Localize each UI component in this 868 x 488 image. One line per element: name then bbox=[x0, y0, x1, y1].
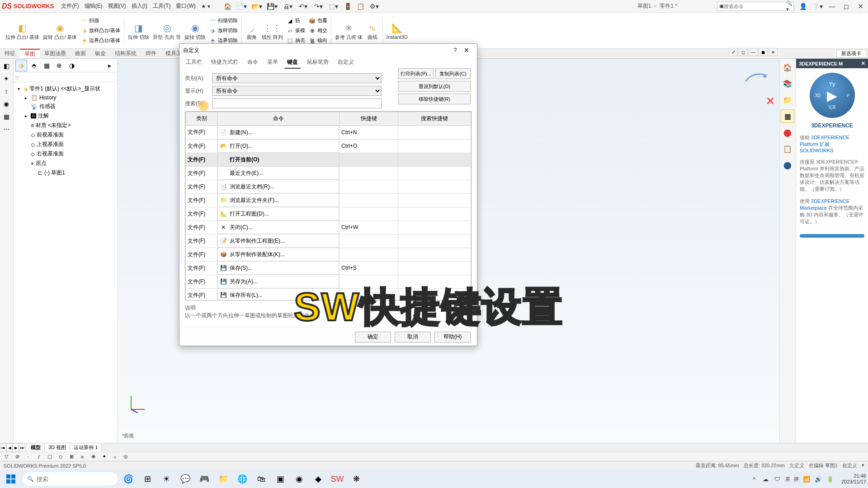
cell-shortcut[interactable] bbox=[340, 193, 398, 207]
lt-plane-icon[interactable]: ◧ bbox=[1, 61, 12, 71]
sel-face-icon[interactable]: ▢ bbox=[45, 453, 54, 461]
ribbon-instant3d[interactable]: 📐Instant3D bbox=[385, 21, 410, 41]
tray-clock[interactable]: 21:462023/11/17 bbox=[841, 473, 866, 485]
task-xbox-icon[interactable]: 🎮 bbox=[196, 471, 212, 487]
cell-search-shortcut[interactable] bbox=[398, 221, 471, 234]
lt-origin-icon[interactable]: ✦ bbox=[1, 73, 12, 84]
tray-ime2[interactable]: 拼 bbox=[794, 476, 799, 483]
ribbon-revolve-cut[interactable]: ◉旋转 切除 bbox=[183, 21, 208, 41]
cell-search-shortcut[interactable] bbox=[398, 234, 471, 248]
tab-weldments[interactable]: 焊件 bbox=[141, 49, 161, 58]
btab-prev-icon[interactable]: ◀ bbox=[6, 444, 13, 452]
maximize-icon[interactable]: ◻ bbox=[841, 1, 852, 12]
menu-window[interactable]: 窗口(W) bbox=[176, 2, 195, 10]
table-row[interactable]: 文件(F)打开当前(O) bbox=[186, 153, 471, 166]
sel-more3-icon[interactable]: ≡ bbox=[78, 453, 87, 461]
ribbon-pattern[interactable]: ⋮⋮线性 阵列 bbox=[260, 21, 285, 41]
tab-sketch[interactable]: 草图 bbox=[20, 49, 40, 58]
mdi-close-icon[interactable]: ✕ bbox=[769, 48, 778, 56]
lt-more-icon[interactable]: ⋯ bbox=[1, 124, 12, 135]
tray-defender-icon[interactable]: 🛡 bbox=[774, 475, 782, 483]
table-row[interactable]: 文件(F)📝从零件制作工程图(E)... bbox=[186, 234, 471, 248]
ribbon-wrap[interactable]: 📦包覆 bbox=[307, 16, 329, 26]
btab-first-icon[interactable]: ⏮ bbox=[0, 444, 6, 452]
print-icon[interactable]: 🖨▾ bbox=[281, 1, 294, 11]
tray-onedrive-icon[interactable]: ☁ bbox=[762, 475, 770, 483]
ribbon-loft[interactable]: ⬗放样凸台/基体 bbox=[79, 26, 122, 36]
btab-3dview[interactable]: 3D 视图 bbox=[45, 443, 70, 452]
tree-root[interactable]: ▾⬗零件1 (默认) <<默认>_显示状 bbox=[15, 84, 115, 94]
rt-lib-icon[interactable]: 📚 bbox=[781, 77, 794, 90]
table-row[interactable]: 文件(F)✕关闭(C)...Ctrl+W bbox=[186, 221, 471, 234]
cell-search-shortcut[interactable] bbox=[398, 261, 471, 275]
new-tab-button[interactable]: 新选项卡 bbox=[836, 50, 866, 58]
mdi-minimize-icon[interactable]: — bbox=[749, 48, 758, 56]
rt-file-icon[interactable]: 📁 bbox=[781, 93, 794, 107]
start-button[interactable] bbox=[2, 471, 20, 487]
tree-sensors[interactable]: 📡传感器 bbox=[15, 102, 115, 111]
tree-tab-more[interactable]: ◑ bbox=[66, 60, 78, 71]
3dexperience-play-icon[interactable]: Yy▶ V,R 3D i² bbox=[810, 73, 855, 118]
rt-view-icon[interactable]: ▦ bbox=[781, 109, 794, 123]
tree-tab-fm[interactable]: ⬗ bbox=[15, 60, 27, 71]
tree-top-plane[interactable]: ◇上视基准面 bbox=[15, 140, 115, 149]
tree-tab-dm[interactable]: ⊕ bbox=[53, 60, 65, 71]
cell-shortcut[interactable] bbox=[340, 153, 398, 166]
task-app2-icon[interactable]: ◉ bbox=[291, 471, 307, 487]
options-icon[interactable]: 📋 bbox=[355, 1, 366, 11]
settings-icon[interactable]: ⚙▾ bbox=[368, 1, 381, 11]
filter-icon[interactable]: ▽ bbox=[15, 75, 19, 80]
dtab-toolbars[interactable]: 工具栏 bbox=[183, 56, 205, 69]
new-icon[interactable]: 📄▾ bbox=[235, 1, 248, 11]
cell-search-shortcut[interactable] bbox=[398, 193, 471, 207]
btab-last-icon[interactable]: ⏭ bbox=[19, 444, 25, 452]
cell-shortcut[interactable]: Ctrl+N bbox=[340, 126, 398, 140]
cell-shortcut[interactable] bbox=[340, 180, 398, 193]
category-select[interactable]: 所有命令 bbox=[212, 73, 382, 83]
user-icon[interactable]: 👤 bbox=[797, 1, 808, 12]
cell-shortcut[interactable]: Ctrl+O bbox=[340, 139, 398, 153]
tree-tab-cm[interactable]: ▦ bbox=[41, 60, 52, 71]
cell-search-shortcut[interactable] bbox=[398, 153, 471, 166]
btab-next-icon[interactable]: ▶ bbox=[13, 444, 19, 452]
tree-annotations[interactable]: ▸🅰注解 bbox=[15, 111, 115, 121]
cell-shortcut[interactable] bbox=[340, 234, 398, 248]
table-row[interactable]: 文件(F)📂打开(O)...Ctrl+O bbox=[186, 139, 471, 153]
minimize-icon[interactable]: — bbox=[826, 1, 837, 12]
rt-3dexp-icon[interactable]: ⬤ bbox=[781, 158, 794, 172]
cell-search-shortcut[interactable] bbox=[398, 180, 471, 193]
tree-front-plane[interactable]: ◇前视基准面 bbox=[15, 130, 115, 140]
cell-search-shortcut[interactable] bbox=[398, 166, 471, 180]
ribbon-boundary[interactable]: ⬘边界凸台/基体 bbox=[79, 36, 122, 46]
command-search[interactable]: ▣ 🔍▾ bbox=[717, 2, 794, 11]
tray-chevron-icon[interactable]: ^ bbox=[750, 475, 758, 483]
sel-more5-icon[interactable]: ✦ bbox=[99, 453, 108, 461]
tray-wifi-icon[interactable]: 📶 bbox=[802, 475, 811, 483]
task-edge-icon[interactable]: 🌐 bbox=[234, 471, 250, 487]
ribbon-rib[interactable]: ◢筋 bbox=[285, 16, 307, 26]
table-row[interactable]: 文件(F)📐打开工程图(D)... bbox=[186, 207, 471, 221]
dialog-help-icon[interactable]: ? bbox=[451, 47, 460, 53]
table-row[interactable]: 文件(F)📑浏览最近文档(R)... bbox=[186, 180, 471, 193]
cell-search-shortcut[interactable] bbox=[398, 126, 471, 140]
copy-list-button[interactable]: 复制列表(C) bbox=[435, 69, 471, 79]
ribbon-intersect[interactable]: ⊗相交 bbox=[307, 26, 329, 36]
rt-appearance-icon[interactable]: ⬤ bbox=[781, 126, 794, 139]
th-search-shortcut[interactable]: 搜索快捷键 bbox=[398, 112, 471, 126]
task-weather-icon[interactable]: ☀ bbox=[158, 471, 175, 487]
open-icon[interactable]: 📂▾ bbox=[250, 1, 264, 11]
btab-model[interactable]: 模型 bbox=[27, 443, 45, 452]
dtab-shortcut-bars[interactable]: 快捷方式栏 bbox=[208, 56, 241, 69]
tray-ime1[interactable]: 英 bbox=[785, 476, 790, 483]
sel-more1-icon[interactable]: ◇ bbox=[56, 453, 65, 461]
rebuild-icon[interactable]: 🚦 bbox=[342, 1, 353, 11]
menu-tools[interactable]: 工具(T) bbox=[153, 2, 170, 10]
dtab-customize[interactable]: 自定义 bbox=[335, 56, 357, 69]
menu-edit[interactable]: 编辑(E) bbox=[85, 2, 103, 10]
status-flag-icon[interactable]: ▾ bbox=[862, 462, 864, 469]
search-input[interactable] bbox=[212, 99, 382, 108]
tree-expand[interactable]: ▸ bbox=[104, 60, 115, 71]
task-copilot-icon[interactable]: 🌀 bbox=[120, 471, 137, 487]
undo-icon[interactable]: ↶▾ bbox=[296, 1, 310, 11]
close-icon[interactable]: ✕ bbox=[855, 1, 866, 12]
